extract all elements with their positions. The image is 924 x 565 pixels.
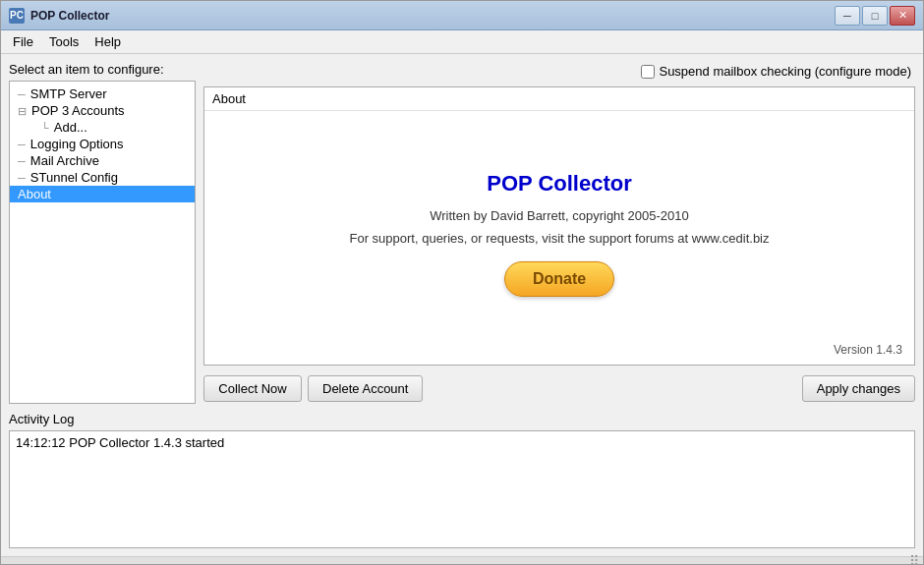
tree-item-about[interactable]: About bbox=[10, 186, 195, 202]
suspend-label[interactable]: Suspend mailbox checking (configure mode… bbox=[641, 64, 911, 79]
about-support-text: For support, queries, or requests, visit… bbox=[349, 231, 769, 246]
suspend-row: Suspend mailbox checking (configure mode… bbox=[203, 62, 915, 81]
about-panel: About POP Collector Written by David Bar… bbox=[203, 86, 915, 366]
main-window: PC POP Collector ─ □ ✕ File Tools Help S… bbox=[0, 0, 924, 565]
close-button[interactable]: ✕ bbox=[890, 6, 915, 26]
right-panel: Suspend mailbox checking (configure mode… bbox=[203, 62, 915, 404]
suspend-checkbox[interactable] bbox=[641, 65, 655, 79]
version-label: Version 1.4.3 bbox=[834, 343, 902, 357]
button-row: Collect Now Delete Account Apply changes bbox=[203, 371, 915, 404]
resize-handle[interactable]: ⠿ bbox=[1, 556, 923, 564]
activity-log-entry: 14:12:12 POP Collector 1.4.3 started bbox=[16, 435, 224, 450]
content-area: Select an item to configure: ─ SMTP Serv… bbox=[1, 54, 923, 412]
delete-account-button[interactable]: Delete Account bbox=[308, 375, 423, 402]
activity-log-label: Activity Log bbox=[9, 412, 915, 426]
menu-bar: File Tools Help bbox=[1, 30, 923, 54]
title-bar: PC POP Collector ─ □ ✕ bbox=[1, 1, 923, 30]
donate-button[interactable]: Donate bbox=[504, 261, 614, 297]
menu-file[interactable]: File bbox=[5, 32, 41, 51]
about-header: About bbox=[204, 87, 914, 111]
window-controls: ─ □ ✕ bbox=[835, 6, 915, 26]
menu-tools[interactable]: Tools bbox=[41, 32, 87, 51]
resize-icon: ⠿ bbox=[909, 554, 919, 566]
about-title: POP Collector bbox=[487, 171, 632, 197]
tree-view: ─ SMTP Server ⊟ POP 3 Accounts └ Add... bbox=[9, 81, 196, 404]
about-written-by: Written by David Barrett, copyright 2005… bbox=[430, 208, 689, 223]
tree-label: Select an item to configure: bbox=[9, 62, 196, 77]
collect-now-button[interactable]: Collect Now bbox=[203, 375, 302, 402]
app-icon: PC bbox=[9, 8, 25, 24]
tree-item-stunnel[interactable]: ─ STunnel Config bbox=[10, 169, 195, 186]
activity-log: 14:12:12 POP Collector 1.4.3 started bbox=[9, 430, 915, 548]
menu-help[interactable]: Help bbox=[87, 32, 129, 51]
bottom-panel: Activity Log 14:12:12 POP Collector 1.4.… bbox=[1, 412, 923, 556]
maximize-button[interactable]: □ bbox=[862, 6, 888, 26]
window-title: POP Collector bbox=[30, 9, 835, 23]
minimize-button[interactable]: ─ bbox=[835, 6, 860, 26]
tree-item-mailarchive[interactable]: ─ Mail Archive bbox=[10, 152, 195, 169]
tree-item-smtp[interactable]: ─ SMTP Server bbox=[10, 85, 195, 102]
tree-item-logging[interactable]: ─ Logging Options bbox=[10, 136, 195, 152]
apply-changes-button[interactable]: Apply changes bbox=[802, 375, 915, 402]
tree-item-pop3[interactable]: ⊟ POP 3 Accounts bbox=[10, 102, 195, 119]
tree-item-add[interactable]: └ Add... bbox=[10, 119, 195, 136]
left-panel: Select an item to configure: ─ SMTP Serv… bbox=[9, 62, 196, 404]
about-content: POP Collector Written by David Barrett, … bbox=[204, 111, 914, 365]
